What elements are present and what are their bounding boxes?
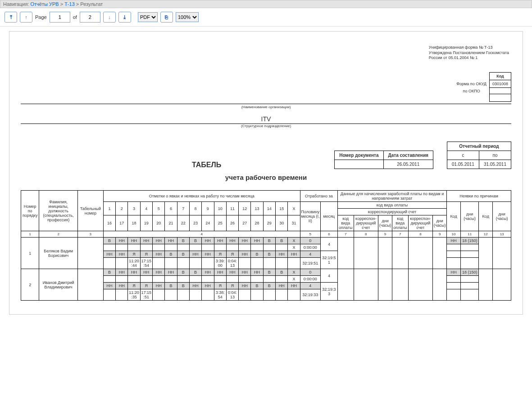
page-input[interactable] [50, 12, 70, 23]
next-page-button[interactable]: ↓ [103, 12, 116, 23]
page-label: Page [35, 14, 47, 20]
doc-title-1: ТАБЕЛЬ [192, 161, 221, 169]
last-page-button[interactable]: ⤓ [118, 12, 131, 23]
zoom-select[interactable]: 100% [176, 12, 199, 22]
nav-label: Навигация: [3, 1, 29, 7]
toolbar: ⤒ ↑ Page of ↓ ⤓ PDF ⎘ 100% [0, 8, 532, 27]
okpo-label: по ОКПО [454, 88, 489, 94]
dept-name: ITV [21, 115, 511, 124]
main-table: Номер по порядкуФамилия, инициалы, должн… [21, 190, 511, 301]
okpo-value [489, 88, 511, 94]
codes-block: Код Форма по ОКУД0301008 по ОКПО [454, 72, 511, 102]
dept-caption: (Структурное подразделение) [21, 124, 511, 128]
doc-meta-table: Номер документаДата составления 26.05.20… [334, 151, 433, 169]
breadcrumb-current: Результат [80, 1, 103, 7]
breadcrumb: Навигация: Отчёты УРВ > Т-13 > Результат [0, 0, 532, 8]
org-caption: (Наименование организации) [21, 105, 511, 109]
format-select[interactable]: PDF [138, 12, 158, 22]
prev-page-button[interactable]: ↑ [20, 12, 32, 23]
okud-label: Форма по ОКУД [454, 80, 489, 88]
okud-value: 0301008 [489, 80, 511, 88]
export-button[interactable]: ⎘ [160, 12, 173, 23]
form-meta: Унифицированная форма № Т-13Утверждена П… [429, 45, 509, 61]
breadcrumb-link-t13[interactable]: Т-13 [64, 1, 75, 7]
breadcrumb-link-reports[interactable]: Отчёты УРВ [30, 1, 59, 7]
period-table: Отчетный период спо 01.05.201131.05.2011 [447, 142, 511, 169]
doc-title-2: учета рабочего времени [21, 174, 511, 181]
total-pages [80, 12, 100, 23]
of-label: of [73, 14, 77, 20]
first-page-button[interactable]: ⤒ [5, 12, 17, 23]
document-page: Унифицированная форма № Т-13Утверждена П… [9, 31, 523, 315]
code-header: Код [489, 73, 511, 80]
